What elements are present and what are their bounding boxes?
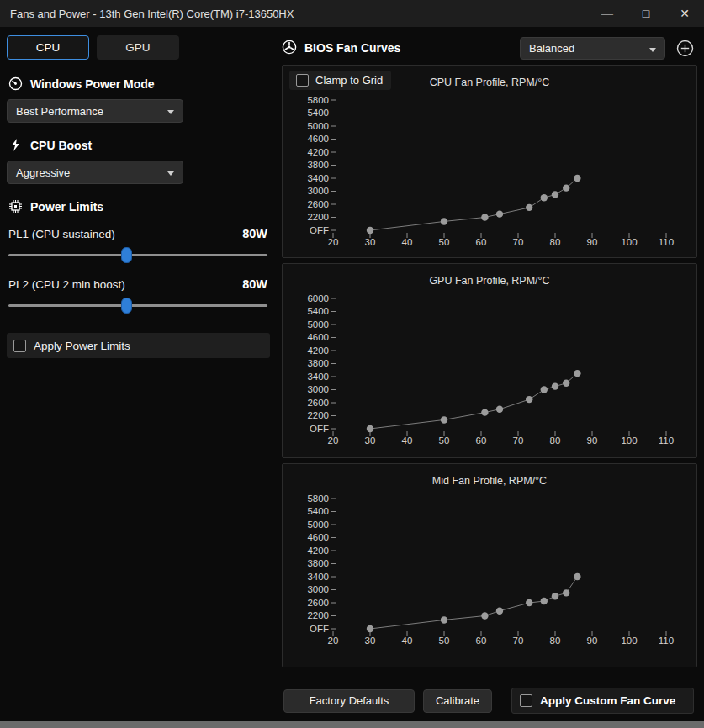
cpu-chip-icon	[8, 199, 23, 214]
cpu-boost-select[interactable]: Aggressive	[7, 161, 183, 184]
pl1-slider[interactable]	[8, 245, 267, 264]
power-mode-gauge-icon	[8, 76, 23, 91]
svg-text:100: 100	[621, 435, 637, 446]
svg-text:5800: 5800	[307, 95, 329, 105]
calibrate-button[interactable]: Calibrate	[423, 689, 492, 713]
clamp-to-grid-label: Clamp to Grid	[315, 74, 383, 87]
svg-text:110: 110	[659, 237, 674, 247]
power-mode-label: Windows Power Mode	[30, 77, 155, 91]
svg-text:3800: 3800	[307, 358, 329, 368]
fan-curves-title-group: BIOS Fan Curves	[282, 40, 400, 57]
power-mode-heading: Windows Power Mode	[8, 76, 271, 91]
svg-text:3400: 3400	[307, 372, 329, 382]
svg-text:5400: 5400	[307, 506, 329, 516]
power-mode-value: Best Performance	[16, 105, 103, 118]
apply-power-limits-checkbox[interactable]	[13, 340, 26, 352]
svg-text:OFF: OFF	[310, 424, 329, 434]
apply-custom-fan-curve-panel: Apply Custom Fan Curve	[511, 688, 694, 714]
power-mode-select[interactable]: Best Performance	[7, 99, 183, 123]
svg-text:90: 90	[587, 237, 598, 247]
svg-text:2600: 2600	[307, 199, 329, 209]
apply-custom-fan-curve-label: Apply Custom Fan Curve	[540, 694, 675, 707]
maximize-button[interactable]: □	[627, 0, 665, 27]
pl1-label: PL1 (CPU sustained)	[8, 228, 115, 240]
svg-text:60: 60	[476, 435, 487, 446]
svg-text:3000: 3000	[307, 186, 329, 196]
pl2-slider-track[interactable]	[8, 304, 267, 307]
apply-power-limits-panel: Apply Power Limits	[7, 333, 270, 358]
fan-curves-footer: Factory Defaults Calibrate Apply Custom …	[282, 688, 697, 714]
svg-text:3800: 3800	[307, 558, 329, 568]
svg-text:100: 100	[621, 237, 637, 247]
clamp-to-grid-checkbox[interactable]	[296, 74, 309, 87]
fan-curves-title: BIOS Fan Curves	[304, 41, 400, 55]
pl2-slider-thumb[interactable]	[121, 298, 132, 314]
svg-text:5000: 5000	[307, 520, 329, 530]
main-content: CPU GPU Windows Power Mode Best Performa…	[0, 27, 704, 721]
tab-cpu[interactable]: CPU	[7, 35, 89, 60]
svg-text:50: 50	[439, 237, 450, 247]
svg-text:20: 20	[328, 237, 339, 247]
pl1-value: 80W	[242, 227, 267, 240]
mid-fan-chart-title: Mid Fan Profile, RPM/°C	[283, 464, 696, 489]
svg-text:70: 70	[513, 435, 524, 446]
svg-text:60: 60	[476, 237, 487, 247]
svg-text:6000: 6000	[307, 293, 329, 303]
pl2-slider[interactable]	[8, 296, 267, 314]
svg-text:20: 20	[328, 636, 339, 646]
svg-text:3400: 3400	[307, 173, 329, 183]
add-preset-button[interactable]	[676, 40, 694, 57]
cpu-fan-chart[interactable]: OFF2200260030003400380042004600500054005…	[283, 91, 698, 263]
svg-text:4600: 4600	[307, 134, 329, 144]
apply-custom-fan-curve-checkbox[interactable]	[520, 694, 532, 707]
svg-text:30: 30	[365, 237, 376, 247]
svg-text:80: 80	[550, 636, 561, 646]
gpu-fan-chart[interactable]: OFF2200260030003400380042004600500054006…	[283, 289, 698, 462]
svg-text:5800: 5800	[307, 493, 329, 504]
app-window: Fans and Power - 13th Gen Intel(R) Core(…	[0, 0, 704, 728]
apply-power-limits-label: Apply Power Limits	[34, 340, 130, 352]
pl1-slider-track[interactable]	[8, 254, 267, 256]
power-limits-heading: Power Limits	[8, 199, 271, 214]
taskbar-strip	[0, 721, 704, 728]
svg-text:4200: 4200	[307, 147, 329, 157]
fan-icon	[282, 40, 297, 57]
svg-text:70: 70	[513, 237, 524, 247]
svg-text:4600: 4600	[307, 532, 329, 542]
svg-text:2200: 2200	[307, 212, 329, 222]
cpu-fan-chart-card: Clamp to Grid CPU Fan Profile, RPM/°C OF…	[282, 65, 697, 258]
close-button[interactable]: ✕	[665, 0, 704, 27]
cpu-boost-value: Aggressive	[16, 166, 70, 179]
svg-text:3000: 3000	[307, 384, 329, 394]
pl2-value: 80W	[242, 277, 267, 291]
svg-text:5400: 5400	[307, 306, 329, 316]
chevron-down-icon	[167, 110, 174, 114]
fan-preset-value: Balanced	[529, 42, 574, 55]
svg-text:4200: 4200	[307, 346, 329, 356]
svg-text:110: 110	[659, 636, 674, 646]
fan-curves-header: BIOS Fan Curves Balanced	[282, 36, 697, 60]
settings-panel: CPU GPU Windows Power Mode Best Performa…	[0, 27, 278, 721]
svg-text:4200: 4200	[307, 546, 329, 556]
svg-text:3800: 3800	[307, 160, 329, 170]
fan-preset-select[interactable]: Balanced	[520, 37, 665, 60]
factory-defaults-button[interactable]: Factory Defaults	[283, 689, 415, 713]
svg-text:100: 100	[621, 636, 637, 646]
svg-text:30: 30	[365, 636, 376, 646]
gpu-fan-chart-title: GPU Fan Profile, RPM/°C	[283, 264, 696, 289]
pl2-row: PL2 (CPU 2 min boost) 80W	[8, 277, 267, 291]
device-tabs: CPU GPU	[7, 35, 271, 60]
svg-text:5400: 5400	[307, 108, 329, 118]
svg-text:90: 90	[587, 435, 598, 446]
power-limits-label: Power Limits	[30, 200, 103, 214]
window-title: Fans and Power - 13th Gen Intel(R) Core(…	[0, 8, 588, 20]
pl1-slider-thumb[interactable]	[121, 247, 132, 263]
tab-gpu[interactable]: GPU	[97, 35, 179, 60]
svg-text:4600: 4600	[307, 332, 329, 342]
svg-text:50: 50	[439, 435, 450, 446]
mid-fan-chart[interactable]: OFF2200260030003400380042004600500054005…	[283, 489, 698, 662]
minimize-button[interactable]: —	[588, 0, 627, 27]
pl2-label: PL2 (CPU 2 min boost)	[8, 278, 125, 291]
svg-text:5000: 5000	[307, 319, 329, 330]
fan-curves-panel: BIOS Fan Curves Balanced Clamp to Grid C…	[282, 27, 697, 721]
